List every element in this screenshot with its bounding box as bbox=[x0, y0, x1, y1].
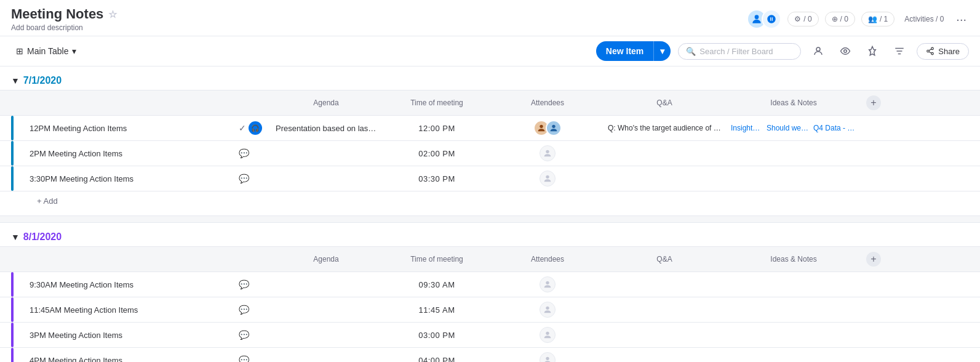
comment-icon[interactable]: 💬 bbox=[239, 280, 249, 289]
search-box[interactable]: 🔍 bbox=[678, 43, 801, 60]
idea-link-2[interactable]: Should we involve th... bbox=[767, 124, 810, 132]
row-time-cell: 11:45 AM bbox=[381, 303, 492, 317]
group-divider bbox=[0, 215, 980, 223]
group-1-arrow[interactable]: ▼ bbox=[11, 76, 20, 86]
row-name-cell: 12PM Meeting Action Items bbox=[25, 124, 234, 133]
row-action-icons: 💬 bbox=[234, 302, 271, 317]
comment-icon[interactable]: 💬 bbox=[239, 355, 249, 362]
col-time: Time of meeting bbox=[381, 96, 492, 110]
svg-point-0 bbox=[755, 15, 759, 19]
search-input[interactable] bbox=[699, 47, 792, 56]
group-1-title[interactable]: 7/1/2020 bbox=[23, 75, 62, 86]
row-name-text[interactable]: 9:30AM Meeting Action Items bbox=[30, 280, 133, 289]
row-name-cell: 3PM Meeting Action Items bbox=[25, 331, 234, 340]
group-bar bbox=[11, 272, 14, 297]
col-qa: Q&A bbox=[603, 252, 726, 266]
row-action-icons: ✓ 🎧 bbox=[234, 119, 271, 137]
main-content: ▼ 7/1/2020 Agenda Time of meeting Attend… bbox=[0, 66, 980, 362]
avatar-group bbox=[747, 9, 781, 29]
share-button[interactable]: Share bbox=[917, 43, 969, 60]
svg-point-6 bbox=[931, 47, 934, 50]
group-bar bbox=[11, 323, 14, 347]
row-attendees-cell bbox=[492, 274, 603, 295]
col-add[interactable]: + bbox=[861, 249, 980, 269]
row-name-cell: 2PM Meeting Action Items bbox=[25, 149, 234, 158]
idea-link-1[interactable]: Insights f... bbox=[731, 124, 763, 132]
row-ideas-cell bbox=[726, 307, 861, 312]
group-2-header: ▼ 8/1/2020 bbox=[0, 223, 980, 246]
col-attendees: Attendees bbox=[492, 96, 603, 110]
col-name bbox=[25, 257, 234, 262]
automations-badge[interactable]: ⚙ / 0 bbox=[787, 12, 818, 26]
row-name-text[interactable]: 12PM Meeting Action Items bbox=[30, 124, 127, 133]
integrations-icon: ⊕ bbox=[832, 15, 838, 23]
star-icon[interactable]: ☆ bbox=[108, 9, 117, 20]
table-row: 9:30AM Meeting Action Items 💬 09:30 AM bbox=[0, 272, 980, 297]
col-add[interactable]: + bbox=[861, 93, 980, 113]
row-agenda-cell bbox=[271, 176, 381, 181]
row-name-cell: 11:45AM Meeting Action Items bbox=[25, 305, 234, 315]
col-icons bbox=[234, 100, 271, 105]
row-attendees-cell bbox=[492, 299, 603, 320]
filter-button[interactable] bbox=[890, 41, 909, 61]
row-name-text[interactable]: 4PM Meeting Action Items bbox=[30, 356, 122, 363]
group-1-add-row[interactable]: + Add bbox=[0, 191, 980, 211]
comment-icon[interactable]: 💬 bbox=[239, 305, 249, 315]
idea-link-3[interactable]: Q4 Data - do w... bbox=[813, 124, 856, 132]
check-icon[interactable]: ✓ bbox=[239, 123, 246, 133]
svg-point-15 bbox=[546, 281, 549, 284]
svg-line-9 bbox=[929, 52, 931, 53]
new-item-button[interactable]: New Item ▾ bbox=[596, 41, 671, 61]
members-badge[interactable]: 👥 / 1 bbox=[861, 12, 894, 26]
row-time-cell: 09:30 AM bbox=[381, 278, 492, 292]
row-name-text[interactable]: 3PM Meeting Action Items bbox=[30, 331, 122, 340]
eye-button[interactable] bbox=[835, 41, 855, 61]
group-2-title[interactable]: 8/1/2020 bbox=[23, 231, 62, 243]
svg-point-16 bbox=[546, 307, 549, 310]
add-column-button-2[interactable]: + bbox=[866, 252, 881, 267]
row-qa-cell bbox=[603, 282, 726, 287]
table-view-button[interactable]: ⊞ Main Table ▾ bbox=[11, 44, 81, 58]
row-name-text[interactable]: 11:45AM Meeting Action Items bbox=[30, 305, 138, 315]
board-subtitle[interactable]: Add board description bbox=[11, 23, 117, 32]
row-name-text[interactable]: 3:30PM Meeting Action Items bbox=[30, 174, 133, 183]
new-item-chevron[interactable]: ▾ bbox=[653, 41, 671, 61]
activities-button[interactable]: Activities / 0 bbox=[901, 12, 947, 26]
col-ideas: Ideas & Notes bbox=[726, 252, 861, 266]
row-agenda-cell bbox=[271, 151, 381, 156]
row-color-bar bbox=[0, 297, 25, 322]
comment-icon[interactable]: 💬 bbox=[239, 174, 249, 183]
attendee-avatar-empty bbox=[540, 302, 556, 318]
more-button[interactable]: ··· bbox=[954, 10, 969, 29]
top-bar: Meeting Notes ☆ Add board description ⚙ … bbox=[0, 0, 980, 36]
attendee-avatar-2 bbox=[546, 120, 562, 136]
row-color-bar bbox=[0, 166, 25, 191]
row-name-cell: 9:30AM Meeting Action Items bbox=[25, 280, 234, 289]
automations-count: / 0 bbox=[803, 15, 811, 23]
svg-point-8 bbox=[931, 52, 934, 55]
row-name-text[interactable]: 2PM Meeting Action Items bbox=[30, 149, 122, 158]
group-2-arrow[interactable]: ▼ bbox=[11, 232, 20, 242]
pin-button[interactable] bbox=[862, 41, 882, 61]
integrations-badge[interactable]: ⊕ / 0 bbox=[825, 12, 855, 26]
group-1: ▼ 7/1/2020 Agenda Time of meeting Attend… bbox=[0, 66, 980, 211]
col-check bbox=[0, 257, 25, 262]
share-label: Share bbox=[938, 47, 960, 56]
table-icon: ⊞ bbox=[16, 46, 23, 56]
row-attendees-cell bbox=[492, 168, 603, 189]
search-icon: 🔍 bbox=[686, 47, 696, 56]
members-icon: 👥 bbox=[868, 15, 877, 23]
headset-icon[interactable]: 🎧 bbox=[249, 121, 262, 135]
comment-icon[interactable]: 💬 bbox=[239, 148, 249, 158]
row-ideas-cell bbox=[726, 358, 861, 362]
row-qa-cell bbox=[603, 332, 726, 337]
row-color-bar bbox=[0, 348, 25, 362]
add-column-button[interactable]: + bbox=[866, 95, 881, 110]
row-time-cell: 03:30 PM bbox=[381, 172, 492, 186]
comment-icon[interactable]: 💬 bbox=[239, 330, 249, 340]
top-bar-actions: ⚙ / 0 ⊕ / 0 👥 / 1 Activities / 0 ··· bbox=[747, 9, 969, 29]
row-color-bar bbox=[0, 141, 25, 166]
row-ideas-cell: Insights f... Should we involve th... Q4… bbox=[726, 121, 861, 135]
person-filter-button[interactable] bbox=[808, 41, 828, 61]
automations-icon: ⚙ bbox=[794, 15, 801, 23]
